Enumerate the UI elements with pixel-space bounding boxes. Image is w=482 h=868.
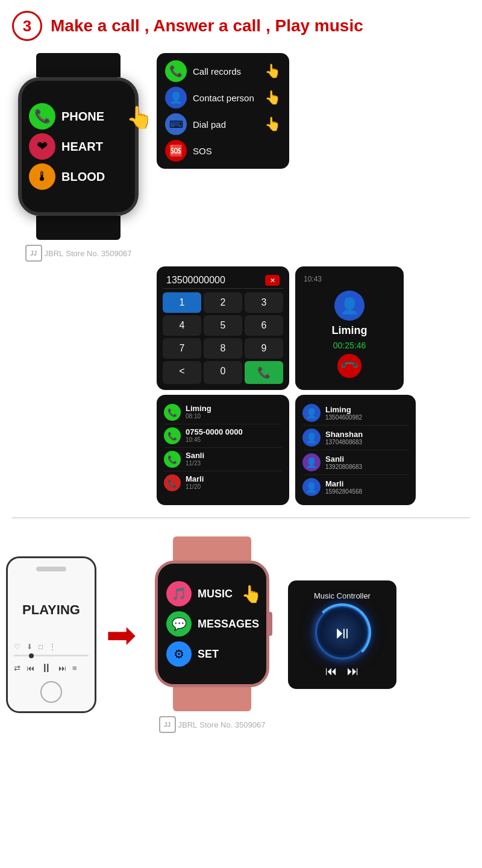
pink-watch-band-top [173, 536, 251, 561]
call-icon-0755: 📞 [164, 427, 181, 444]
dial-key-6[interactable]: 6 [245, 315, 283, 336]
progress-dot [29, 653, 34, 658]
dial-key-9[interactable]: 9 [245, 338, 283, 359]
call-record-0755-info: 0755-0000 0000 10:45 [186, 427, 282, 443]
contact-shanshan-info: Shanshan 13704808683 [325, 430, 408, 445]
watch-heart-label: HEART [61, 140, 103, 154]
dial-key-1[interactable]: 1 [163, 292, 201, 313]
set-icon: ⚙ [166, 641, 192, 667]
contact-shanshan[interactable]: 👤 Shanshan 13704808683 [302, 426, 408, 450]
bottom-section: PLAYING ♡ ⬇ □ ⋮ ⇄ ⏮ ⏸ ⏭ ≡ ➡ [0, 530, 482, 733]
prev-icon[interactable]: ⏮ [27, 664, 34, 673]
music-disc: ⏯ [315, 605, 369, 659]
watch-crown [268, 612, 272, 636]
dial-pad-label: Dial pad [193, 119, 226, 130]
phone-home-button[interactable] [40, 681, 62, 703]
watch-item-heart[interactable]: ❤ HEART [29, 133, 128, 160]
contact-marli[interactable]: 👤 Marli 15962804568 [302, 475, 408, 499]
call-records-icon: 📞 [165, 60, 187, 82]
call-records-panel: 📞 Liming 08:10 📞 0755-0000 0000 10:45 📞 … [157, 395, 289, 505]
backspace-button[interactable]: ✕ [265, 275, 280, 286]
call-record-liming-name: Liming [186, 404, 282, 413]
more-icon: ⋮ [49, 643, 56, 651]
music-icon: 🎵 [166, 581, 192, 606]
watch-blood-label: BLOOD [61, 170, 105, 184]
shuffle-icon: ⇄ [14, 664, 20, 673]
dial-key-0[interactable]: 0 [204, 361, 242, 384]
dial-key-back[interactable]: < [163, 361, 201, 384]
dial-key-8[interactable]: 8 [204, 338, 242, 359]
step-number: 3 [12, 11, 42, 41]
music-prev-button[interactable]: ⏮ [325, 664, 337, 678]
call-record-0755-time: 10:45 [186, 436, 282, 443]
watch-blood-icon: 🌡 [29, 163, 55, 190]
incoming-duration: 00:25:46 [333, 341, 366, 350]
phone-playing-label: PLAYING [22, 602, 80, 618]
watch-item-blood[interactable]: 🌡 BLOOD [29, 163, 128, 190]
call-record-liming[interactable]: 📞 Liming 08:10 [164, 401, 282, 424]
contact-sanli[interactable]: 👤 Sanli 13920808683 [302, 450, 408, 475]
download-icon: ⬇ [27, 643, 33, 651]
contact-person-label: Contact person [193, 93, 254, 103]
right-panels: 📞 Call records 👆 👤 Contact person 👆 ⌨ Di… [157, 53, 476, 262]
dial-key-4[interactable]: 4 [163, 315, 201, 336]
music-arc [313, 603, 371, 661]
watermark-logo-bottom: JJ [159, 716, 176, 733]
watch-heart-icon: ❤ [29, 133, 55, 160]
dial-key-7[interactable]: 7 [163, 338, 201, 359]
call-record-marli[interactable]: 📞 Marli 11/20 [164, 471, 282, 494]
pink-watch-music[interactable]: 🎵 MUSIC 👆 [166, 581, 258, 606]
contact-shanshan-name: Shanshan [325, 430, 408, 439]
incoming-call-panel: 10:43 👤 Liming 00:25:46 📞 [295, 266, 404, 390]
contact-liming-phone: 13504600982 [325, 414, 408, 421]
messages-label: MESSAGES [198, 618, 259, 631]
menu-call-records[interactable]: 📞 Call records 👆 [165, 60, 281, 82]
dial-number: 13500000000 [166, 275, 225, 286]
contact-avatar-sanli: 👤 [302, 453, 321, 471]
phone-menu-panel: 📞 Call records 👆 👤 Contact person 👆 ⌨ Di… [157, 53, 289, 169]
menu-contact-person[interactable]: 👤 Contact person 👆 [165, 87, 281, 108]
watch-phone-icon: 📞 [29, 103, 55, 130]
set-label: SET [198, 648, 219, 661]
contact-liming-name: Liming [325, 405, 408, 414]
heart-icon: ♡ [14, 643, 20, 651]
contact-marli-name: Marli [325, 479, 408, 488]
incoming-time: 10:43 [304, 275, 322, 283]
end-call-button[interactable]: 📞 [333, 349, 367, 383]
bottom-row: 📞 Liming 08:10 📞 0755-0000 0000 10:45 📞 … [0, 390, 482, 505]
watermark-left: JJ JBRL Store No. 3509067 [25, 245, 132, 262]
contacts-panel: 👤 Liming 13504600982 👤 Shanshan 13704808… [295, 395, 416, 505]
pink-watch: 🎵 MUSIC 👆 💬 MESSAGES ⚙ SET JJ JBRL Store… [146, 536, 278, 733]
page-title: Make a call , Answer a call , Play music [51, 16, 363, 36]
call-record-sanli-name: Sanli [186, 451, 282, 460]
music-controls-row: ⏮ ⏭ [325, 664, 359, 678]
dial-key-5[interactable]: 5 [204, 315, 242, 336]
menu-dial-pad[interactable]: ⌨ Dial pad 👆 [165, 113, 281, 135]
pink-watch-set[interactable]: ⚙ SET [166, 641, 258, 667]
contact-shanshan-phone: 13704808683 [325, 439, 408, 445]
music-controller-panel: Music Controller ⏯ ⏮ ⏭ [288, 580, 396, 689]
pink-watch-band-bottom [173, 687, 251, 711]
call-record-sanli[interactable]: 📞 Sanli 11/23 [164, 448, 282, 471]
middle-row: 13500000000 ✕ 1 2 3 4 5 6 7 8 9 < 0 📞 10… [0, 262, 482, 390]
pink-watch-messages[interactable]: 💬 MESSAGES [166, 611, 258, 637]
phone-progress-bar [14, 655, 89, 656]
dial-key-3[interactable]: 3 [245, 292, 283, 313]
call-record-0755[interactable]: 📞 0755-0000 0000 10:45 [164, 424, 282, 448]
phone-mockup: PLAYING ♡ ⬇ □ ⋮ ⇄ ⏮ ⏸ ⏭ ≡ [6, 556, 96, 713]
hand-pointer-3: 👆 [264, 90, 281, 105]
watch-body: 📞 PHONE ❤ HEART 🌡 BLOOD 👆 [18, 77, 139, 216]
menu-sos[interactable]: 🆘 SOS [165, 140, 281, 162]
pause-icon[interactable]: ⏸ [40, 661, 52, 675]
watch-item-phone[interactable]: 📞 PHONE [29, 103, 128, 130]
messages-icon: 💬 [166, 611, 192, 637]
next-icon[interactable]: ⏭ [58, 664, 66, 673]
watch-screen: 📞 PHONE ❤ HEART 🌡 BLOOD [22, 81, 135, 212]
contact-liming[interactable]: 👤 Liming 13504600982 [302, 401, 408, 426]
contact-sanli-phone: 13920808683 [325, 464, 408, 470]
music-next-button[interactable]: ⏭ [347, 664, 359, 678]
dial-call-button[interactable]: 📞 [245, 361, 283, 384]
dial-key-2[interactable]: 2 [204, 292, 242, 313]
music-label: MUSIC [198, 588, 233, 600]
pink-watch-screen: 🎵 MUSIC 👆 💬 MESSAGES ⚙ SET [158, 564, 266, 684]
